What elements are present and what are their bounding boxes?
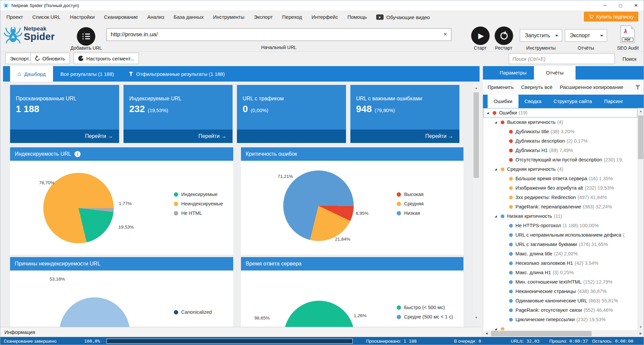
expand-collapse-icon[interactable] — [495, 214, 500, 218]
scroll-left-icon[interactable] — [483, 330, 490, 337]
error-tree-item[interactable]: Мин. соотношение text/HTML (152) 12,79% — [483, 277, 637, 287]
error-count-percent: (497) 41,84% — [578, 195, 607, 200]
scrollbar-thumb[interactable] — [491, 331, 592, 336]
reports-subtab[interactable]: Ошибки — [488, 95, 518, 108]
menu-item[interactable]: Список URL — [28, 10, 65, 24]
side-panel-tab[interactable]: Отчёты — [534, 66, 576, 80]
menu-item[interactable]: Экспорт — [249, 10, 277, 24]
tree-scrollbar[interactable] — [637, 108, 644, 330]
menu-item[interactable]: Сканирование — [99, 10, 143, 24]
error-tree-item[interactable]: Большое время ответа сервера (16) 1,35% — [483, 174, 637, 183]
dashboard-scrollbar[interactable] — [473, 85, 480, 321]
filter-icon[interactable] — [635, 85, 640, 90]
expand-collapse-icon[interactable] — [495, 167, 500, 171]
error-tree-item[interactable]: Дубликаты H1 (89) 7,49% — [483, 146, 637, 155]
error-tree-item[interactable]: Макс. длина H1 (3) 0,25% — [483, 268, 637, 277]
add-url-button[interactable] — [77, 27, 95, 46]
reports-toolbar-button[interactable]: Расширенное копирование — [560, 84, 623, 90]
error-tree-item[interactable]: Циклические гиперссылки (232) 19,53% — [483, 315, 637, 324]
error-tree-item[interactable]: Не HTTPS-протокол (1 188) 100,00% — [483, 221, 637, 230]
error-tree-item[interactable]: 3xx редиректы: Redirection (497) 41,84% — [483, 193, 637, 202]
scroll-right-icon[interactable] — [637, 330, 644, 337]
reports-caption: Отчёты — [565, 45, 607, 51]
scrollbar-thumb[interactable] — [474, 92, 479, 178]
error-tree-item[interactable]: Ошибки (19) — [483, 108, 637, 117]
clear-url-icon[interactable] — [441, 30, 450, 39]
seo-audit-pdf-button[interactable]: λ PDF — [621, 26, 635, 43]
error-name: Ошибки — [499, 110, 517, 115]
expand-collapse-icon[interactable] — [495, 327, 500, 330]
maximize-button[interactable] — [613, 0, 628, 10]
result-tab[interactable]: Отфильтрованные результаты (1 188) — [121, 66, 232, 82]
error-tree-item[interactable]: Макс. длина title (24) 2,02% — [483, 249, 637, 258]
minimize-button[interactable] — [597, 0, 613, 10]
tree-horizontal-scrollbar[interactable] — [483, 330, 644, 337]
reports-toolbar-button[interactable]: Свернуть всё — [521, 84, 553, 90]
export-reports-dropdown[interactable]: Экспорт — [565, 29, 607, 42]
information-panel-header[interactable]: Информация — [0, 327, 481, 337]
search-button[interactable]: Поиск — [620, 53, 639, 64]
error-tree-item[interactable]: Средняя критичность (4) — [483, 164, 637, 174]
menu-item[interactable]: Интерфейс — [307, 10, 343, 24]
menu-item[interactable]: Инструменты — [208, 10, 249, 24]
restart-button[interactable] — [495, 27, 513, 45]
error-count-percent: (663) 55,81% — [589, 298, 618, 303]
menu-item-training-videos[interactable]: Обучающие видео — [371, 14, 435, 20]
card-title: URL с трафиком — [243, 96, 284, 102]
scroll-up-icon[interactable] — [473, 85, 480, 91]
reports-subtab[interactable]: Сводка — [518, 95, 548, 108]
scroll-up-icon[interactable] — [637, 108, 644, 114]
error-tree-item[interactable]: URL с заглавными буквами (376) 31,65% — [483, 240, 637, 249]
error-tree-item[interactable]: URL с неправильным использованием дефиса… — [483, 230, 637, 240]
error-tree-item[interactable]: Низкая критичность (11) — [483, 211, 637, 221]
error-tree-item[interactable]: Дубликаты title (38) 3,20% — [483, 127, 637, 136]
scrollbar-thumb[interactable] — [638, 115, 643, 159]
menu-item[interactable]: Проект — [2, 10, 28, 24]
error-tree-item[interactable]: Одинаковые канонические URL (663) 55,81% — [483, 296, 637, 305]
configure-segment-button[interactable]: Настроить сегмент... — [73, 53, 139, 64]
go-to-link[interactable]: Перейти → — [425, 130, 453, 143]
result-tab[interactable]: Все результаты (1 188) — [53, 66, 121, 82]
chart-legend: Высокая Средняя Низкая — [397, 190, 424, 218]
result-tab[interactable]: Дашборд — [10, 66, 53, 82]
menu-item[interactable]: Настройки — [65, 10, 100, 24]
menu-item[interactable]: Анализ — [143, 10, 169, 24]
buy-subscription-button[interactable]: Купить подписку — [584, 12, 638, 21]
scroll-down-icon[interactable] — [473, 314, 480, 321]
scroll-down-icon[interactable] — [637, 324, 644, 330]
go-to-link[interactable]: Перейти → — [198, 130, 227, 143]
expand-collapse-icon[interactable] — [495, 120, 500, 124]
start-button[interactable] — [471, 27, 490, 45]
error-tree-item[interactable]: Дубликаты description (2) 0,17% — [483, 136, 637, 146]
reports-toolbar-button[interactable]: Применить — [488, 84, 514, 90]
menu-item[interactable]: Переход — [278, 10, 307, 24]
chart-legend: Canonicalized — [174, 307, 212, 317]
initial-url-input[interactable] — [106, 28, 451, 41]
reports-subtab[interactable]: Структура сайта — [547, 95, 598, 108]
error-tree-item[interactable]: Изображения без атрибута alt (232) 19,53… — [483, 183, 637, 193]
title-bar: Netpeak Spider (Полный доступ) — [0, 0, 644, 10]
scan-state: Сканирование завершено — [4, 337, 56, 345]
run-tool-dropdown[interactable]: Запустить — [520, 29, 562, 42]
error-tree-item[interactable]: Неканонические страницы (438) 36,87% — [483, 287, 637, 296]
reports-subtab[interactable]: Парсинг — [598, 95, 629, 108]
go-to-link[interactable]: Перейти → — [85, 130, 113, 143]
info-icon[interactable] — [75, 151, 81, 157]
card-title: Индексируемые URL — [129, 96, 182, 102]
refresh-button[interactable]: Обновить — [31, 53, 70, 64]
error-tree-item[interactable]: Высокая критичность (4) — [483, 117, 637, 127]
menu-item[interactable]: База данных — [169, 10, 208, 24]
error-name: URL с неправильным использованием дефиса — [515, 232, 621, 238]
error-tree-item[interactable]: PageRank: перенаправление (383) 32,24% — [483, 202, 637, 211]
search-input[interactable] — [509, 53, 615, 64]
error-count-percent: (19) — [519, 110, 528, 115]
expand-collapse-icon[interactable] — [487, 111, 492, 114]
error-tree-item[interactable]: Отсутствующий или пустой description (23… — [483, 155, 637, 164]
menu-item[interactable]: Помощь — [343, 10, 371, 24]
close-button[interactable] — [628, 0, 644, 10]
error-tree-item[interactable]: PageRank: отсутствуют связи (552) 46,46% — [483, 305, 637, 315]
card-title: Просканированные URL — [16, 96, 77, 102]
error-tree-item[interactable]: Несколько заголовков H1 (42) 3,54% — [483, 258, 637, 268]
side-panel-tab[interactable]: Параметры — [492, 66, 534, 80]
error-tree-item[interactable] — [483, 324, 637, 330]
